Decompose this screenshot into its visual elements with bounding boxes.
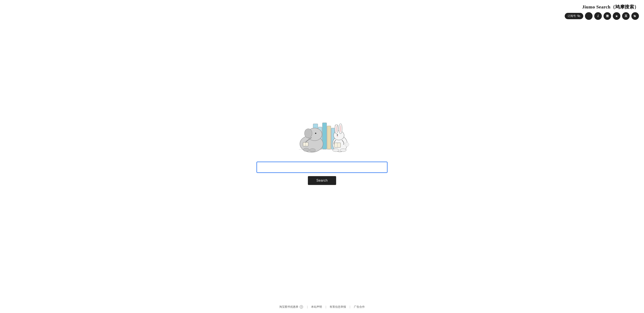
separator-3: ｜ — [348, 305, 351, 308]
dark-mode-icon[interactable] — [585, 12, 592, 20]
footer: 淘宝图书优惠券 ⊙ ｜ 本站声明 ｜ 有害信息举报 ｜ 广告合作 — [0, 301, 644, 313]
douban-icon-circle[interactable]: 豆 — [622, 12, 630, 20]
separator-2: ｜ — [324, 305, 327, 308]
svg-rect-19 — [303, 142, 308, 146]
svg-point-28 — [337, 136, 338, 137]
logo-illustration — [282, 111, 362, 153]
header-icons-row: 订阅号 i 微 ★ 豆 — [565, 12, 639, 20]
svg-point-16 — [315, 133, 316, 134]
main-content: Search — [0, 0, 644, 313]
weibo-icon: 微 — [606, 14, 609, 18]
svg-point-31 — [345, 142, 349, 146]
info-icon: i — [598, 14, 599, 18]
star-icon: ★ — [615, 14, 618, 18]
report-link[interactable]: 有害信息举报 — [330, 305, 346, 308]
statement-link[interactable]: 本站声明 — [311, 305, 322, 308]
logo-svg — [282, 111, 362, 153]
star-icon-circle[interactable]: ★ — [613, 12, 620, 20]
info-icon-circle[interactable]: i — [594, 12, 602, 20]
separator-1: ｜ — [306, 305, 309, 308]
svg-point-18 — [310, 148, 316, 152]
cooperation-link[interactable]: 广告合作 — [354, 305, 365, 308]
moon-icon — [587, 14, 591, 18]
subscribe-button[interactable]: 订阅号 — [565, 13, 583, 19]
svg-point-17 — [303, 148, 309, 152]
site-title: Jiumo Search（鸠摩搜索） — [582, 4, 639, 10]
wechat-icon — [577, 14, 580, 18]
taobao-link[interactable]: 淘宝图书优惠券 — [279, 305, 298, 308]
weibo-icon-circle[interactable]: 微 — [604, 12, 611, 20]
svg-point-4 — [579, 16, 579, 16]
svg-rect-9 — [327, 126, 331, 149]
evernote-icon-circle[interactable] — [631, 12, 639, 20]
search-input[interactable] — [257, 162, 387, 173]
svg-point-32 — [332, 149, 339, 152]
douban-icon: 豆 — [624, 14, 627, 18]
evernote-icon — [633, 14, 637, 18]
svg-point-27 — [337, 134, 338, 136]
header: Jiumo Search（鸠摩搜索） 订阅号 i 微 ★ — [560, 0, 644, 24]
svg-point-5 — [580, 16, 580, 16]
taobao-coin-icon: ⊙ — [300, 305, 303, 308]
svg-point-33 — [340, 149, 346, 152]
subscribe-label: 订阅号 — [568, 14, 576, 18]
svg-point-15 — [304, 129, 312, 138]
svg-point-26 — [340, 125, 342, 132]
search-button[interactable]: Search — [308, 176, 336, 185]
search-container: Search — [257, 162, 387, 185]
svg-point-25 — [336, 126, 337, 132]
